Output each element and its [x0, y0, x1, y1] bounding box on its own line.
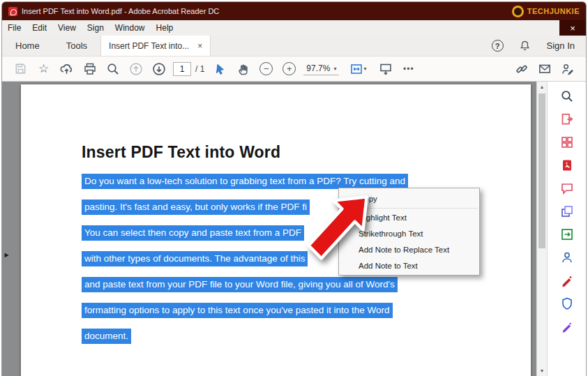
tab-close-icon[interactable]: ×	[197, 41, 202, 51]
close-icon: ×	[570, 23, 575, 33]
close-window-button[interactable]: ×	[559, 20, 586, 36]
menu-edit[interactable]: Edit	[27, 20, 52, 36]
select-tool-icon[interactable]	[211, 60, 229, 77]
page-number-input[interactable]: 1	[173, 62, 191, 76]
acrobat-app-icon	[8, 7, 17, 16]
tools-sidebar	[547, 82, 586, 376]
chevron-down-icon: ▾	[363, 66, 366, 72]
document-heading: Insert PDF Text into Word	[82, 143, 280, 162]
menu-bar: File Edit View Sign Window Help ×	[2, 20, 586, 36]
menu-view[interactable]: View	[52, 20, 82, 36]
highlighted-text: with other types of documents. The advan…	[82, 251, 308, 266]
red-annotation-arrow	[302, 186, 373, 266]
highlighted-text: formatting options to apply to this text…	[82, 303, 393, 318]
page-count-label: / 1	[195, 64, 204, 74]
selected-text-line[interactable]: formatting options to apply to this text…	[82, 303, 408, 319]
email-icon[interactable]	[536, 60, 553, 77]
tab-document[interactable]: Insert PDF Text into... ×	[100, 36, 211, 56]
tab-bar-right: ? Sign In	[492, 36, 586, 56]
sidebar-search-icon[interactable]	[559, 89, 575, 104]
panel-arrow-icon: ▶	[4, 252, 8, 258]
ellipsis-glyph: •••	[403, 64, 414, 74]
help-icon[interactable]: ?	[492, 40, 504, 52]
menu-sign[interactable]: Sign	[82, 20, 110, 36]
techjunkie-brand-name: TECHJUNKIE	[527, 7, 580, 15]
scroll-up-button[interactable]: ▲	[537, 82, 547, 92]
scroll-down-icon: ▼	[540, 368, 545, 373]
tab-home[interactable]: Home	[2, 36, 53, 56]
selected-text-line[interactable]: document.	[82, 329, 408, 345]
print-icon[interactable]	[81, 60, 98, 77]
highlighted-text: pasting. It's fast and easy, but only wo…	[82, 200, 310, 215]
minus-glyph: −	[264, 64, 269, 73]
content-region: Insert PDF Text into Word Do you want a …	[2, 82, 586, 376]
main-toolbar: ☆ 1 / 1 − + 97.7% ▾	[2, 57, 586, 82]
acrobat-window: Insert PDF Text into Word.pdf - Adobe Ac…	[1, 1, 587, 376]
export-pdf-icon[interactable]	[559, 112, 575, 127]
title-bar: Insert PDF Text into Word.pdf - Adobe Ac…	[2, 2, 586, 20]
plus-glyph: +	[287, 64, 292, 73]
zoom-level-dropdown[interactable]: 97.7% ▾	[303, 62, 339, 75]
chevron-down-icon: ▾	[333, 66, 336, 72]
techjunkie-brand: TECHJUNKIE	[512, 6, 580, 17]
organize-pages-icon[interactable]	[559, 135, 575, 150]
highlighted-text: You can select then copy and paste text …	[82, 225, 304, 241]
vertical-scrollbar[interactable]: ▲ ▼	[536, 82, 547, 376]
tab-bar: Home Tools Insert PDF Text into... × ? S…	[2, 36, 586, 57]
document-tab-label: Insert PDF Text into...	[109, 41, 189, 51]
search-icon[interactable]	[104, 60, 121, 77]
reading-mode-icon[interactable]	[377, 60, 394, 77]
scroll-down-button[interactable]: ▼	[537, 366, 547, 376]
save-icon[interactable]	[12, 60, 29, 77]
highlighted-text: document.	[82, 329, 131, 344]
page-fit-dropdown[interactable]: ▾	[345, 60, 371, 77]
zoom-in-icon[interactable]: +	[280, 60, 298, 77]
tab-tools[interactable]: Tools	[53, 36, 100, 56]
selected-text-line[interactable]: and paste text from your PDF file to you…	[82, 278, 408, 294]
menu-window[interactable]: Window	[110, 20, 151, 36]
request-signatures-icon[interactable]	[559, 250, 575, 265]
window-title: Insert PDF Text into Word.pdf - Adobe Ac…	[22, 7, 219, 15]
share-link-icon[interactable]	[513, 60, 530, 77]
left-panel-expand-handle[interactable]: ▶	[2, 246, 11, 263]
more-tools-icon[interactable]: •••	[400, 60, 417, 77]
measure-pen-icon[interactable]	[559, 319, 575, 334]
create-pdf-icon[interactable]	[559, 158, 575, 173]
cloud-upload-icon[interactable]	[58, 60, 75, 77]
comment-icon[interactable]	[559, 181, 575, 196]
scrollbar-thumb[interactable]	[538, 93, 545, 248]
favorite-star-icon[interactable]: ☆	[35, 60, 52, 77]
fill-sign-icon[interactable]	[559, 60, 576, 77]
scan-ocr-icon[interactable]	[559, 227, 575, 242]
zoom-level-value: 97.7%	[306, 63, 330, 73]
techjunkie-logo-icon	[512, 6, 524, 17]
previous-page-icon[interactable]	[127, 60, 144, 77]
notifications-bell-icon[interactable]	[518, 38, 533, 54]
fill-sign-pen-icon[interactable]	[559, 273, 575, 288]
menu-help[interactable]: Help	[151, 20, 179, 36]
protect-shield-icon[interactable]	[559, 296, 575, 311]
scroll-up-icon: ▲	[540, 84, 545, 89]
help-glyph: ?	[495, 42, 500, 50]
zoom-out-icon[interactable]: −	[257, 60, 275, 77]
document-canvas[interactable]: Insert PDF Text into Word Do you want a …	[2, 82, 536, 376]
star-glyph: ☆	[38, 63, 49, 75]
sign-in-button[interactable]: Sign In	[547, 40, 575, 51]
menu-file[interactable]: File	[2, 20, 27, 36]
combine-files-icon[interactable]	[559, 204, 575, 219]
next-page-icon[interactable]	[150, 60, 167, 77]
hand-tool-icon[interactable]	[234, 60, 252, 77]
highlighted-text: and paste text from your PDF file to you…	[82, 277, 398, 292]
